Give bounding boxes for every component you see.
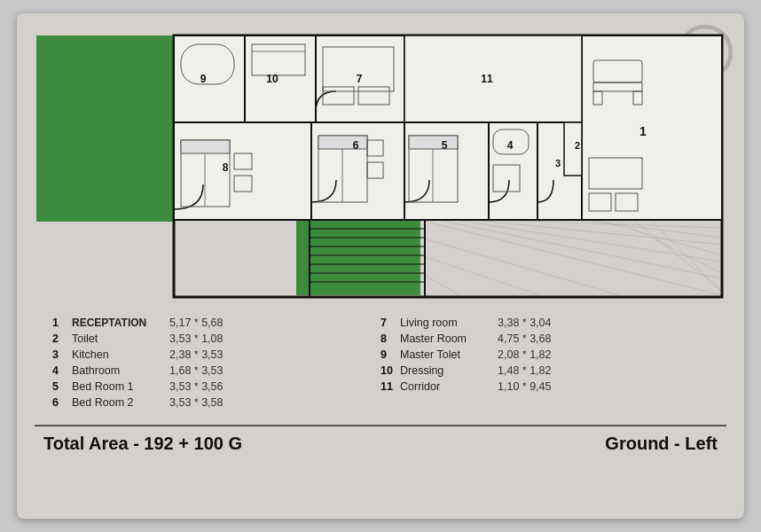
footer-section: Total Area - 192 + 100 G Ground - Left <box>35 425 726 454</box>
legend-name: Master Tolet <box>400 348 498 361</box>
svg-text:5: 5 <box>442 139 448 152</box>
legend-number: 6 <box>52 396 72 409</box>
legend-col-left: 1 RECEPTATION 5,17 * 5,68 2 Toilet 3,53 … <box>52 317 380 412</box>
legend-number: 4 <box>52 364 72 377</box>
legend-name: Dressing <box>400 364 498 377</box>
svg-text:11: 11 <box>481 73 493 85</box>
legend-row: 8 Master Room 4,75 * 3,68 <box>380 332 709 345</box>
legend-dim: 2,08 * 1,82 <box>498 348 551 361</box>
legend-row: 3 Kitchen 2,38 * 3,53 <box>52 348 380 361</box>
svg-text:3: 3 <box>555 158 561 168</box>
floorplan-svg: 1 2 3 4 5 6 7 8 9 10 11 <box>35 29 726 304</box>
svg-text:8: 8 <box>223 161 229 174</box>
svg-rect-26 <box>582 35 722 220</box>
legend-number: 1 <box>52 317 72 329</box>
svg-rect-27 <box>174 122 311 220</box>
svg-text:9: 9 <box>200 73 207 85</box>
svg-rect-54 <box>181 140 230 153</box>
legend-dim: 3,53 * 1,08 <box>169 332 223 345</box>
svg-rect-2 <box>36 35 174 222</box>
legend-row: 9 Master Tolet 2,08 * 1,82 <box>380 348 709 361</box>
legend-number: 5 <box>52 380 72 393</box>
svg-text:1: 1 <box>639 124 647 138</box>
legend-dim: 3,53 * 3,58 <box>169 396 223 409</box>
legend-section: 1 RECEPTATION 5,17 * 5,68 2 Toilet 3,53 … <box>35 317 726 412</box>
svg-rect-65 <box>318 136 367 149</box>
legend-dim: 5,17 * 5,68 <box>169 317 223 329</box>
svg-line-20 <box>616 220 722 273</box>
legend-name: Bed Room 1 <box>72 380 169 393</box>
floor-label: Ground - Left <box>605 434 718 454</box>
svg-rect-28 <box>174 35 245 122</box>
legend-name: Kitchen <box>72 348 169 361</box>
svg-text:10: 10 <box>266 73 279 85</box>
legend-row: 6 Bed Room 2 3,53 * 3,58 <box>52 396 380 409</box>
legend-name: Bathroom <box>72 364 169 377</box>
legend-name: RECEPTATION <box>72 317 169 329</box>
main-card: n <box>17 13 744 519</box>
legend-dim: 1,10 * 9,45 <box>498 380 551 393</box>
legend-number: 8 <box>380 332 400 345</box>
floorplan-container: 1 2 3 4 5 6 7 8 9 10 11 <box>35 29 726 304</box>
svg-line-19 <box>598 220 722 255</box>
svg-rect-34 <box>489 122 537 220</box>
svg-text:6: 6 <box>353 139 359 152</box>
svg-rect-31 <box>404 35 582 122</box>
legend-dim: 3,38 * 3,04 <box>498 317 551 329</box>
legend-dim: 4,75 * 3,68 <box>498 332 551 345</box>
legend-row: 7 Living room 3,38 * 3,04 <box>380 317 709 329</box>
legend-name: Corridor <box>400 380 498 393</box>
legend-row: 11 Corridor 1,10 * 9,45 <box>380 380 709 393</box>
svg-line-13 <box>420 238 620 295</box>
legend-number: 3 <box>52 348 72 361</box>
legend-dim: 3,53 * 3,56 <box>169 380 223 393</box>
legend-dim: 2,38 * 3,53 <box>169 348 223 361</box>
svg-line-10 <box>491 220 722 228</box>
legend-number: 9 <box>380 348 400 361</box>
svg-rect-70 <box>409 136 458 149</box>
legend-row: 4 Bathroom 1,68 * 3,53 <box>52 364 380 377</box>
legend-name: Master Room <box>400 332 498 345</box>
legend-dim: 1,48 * 1,82 <box>498 364 551 377</box>
legend-row: 1 RECEPTATION 5,17 * 5,68 <box>52 317 380 329</box>
legend-name: Living room <box>400 317 498 329</box>
legend-col-right: 7 Living room 3,38 * 3,04 8 Master Room … <box>380 317 709 412</box>
legend-name: Toilet <box>72 332 169 345</box>
svg-line-14 <box>420 255 540 295</box>
legend-number: 11 <box>380 380 400 393</box>
legend-row: 10 Dressing 1,48 * 1,82 <box>380 364 709 377</box>
svg-line-6 <box>420 220 722 295</box>
legend-number: 10 <box>380 364 400 377</box>
legend-name: Bed Room 2 <box>72 396 169 409</box>
svg-text:4: 4 <box>507 139 514 152</box>
legend-number: 7 <box>380 317 400 329</box>
legend-row: 2 Toilet 3,53 * 1,08 <box>52 332 380 345</box>
svg-line-15 <box>420 273 460 295</box>
total-area-label: Total Area - 192 + 100 G <box>43 434 242 454</box>
svg-text:2: 2 <box>575 140 580 151</box>
legend-number: 2 <box>52 332 72 345</box>
svg-text:7: 7 <box>357 73 363 85</box>
svg-rect-4 <box>296 220 420 295</box>
legend-row: 5 Bed Room 1 3,53 * 3,56 <box>52 380 380 393</box>
legend-dim: 1,68 * 3,53 <box>169 364 223 377</box>
svg-line-22 <box>651 220 722 293</box>
svg-line-21 <box>633 220 722 291</box>
